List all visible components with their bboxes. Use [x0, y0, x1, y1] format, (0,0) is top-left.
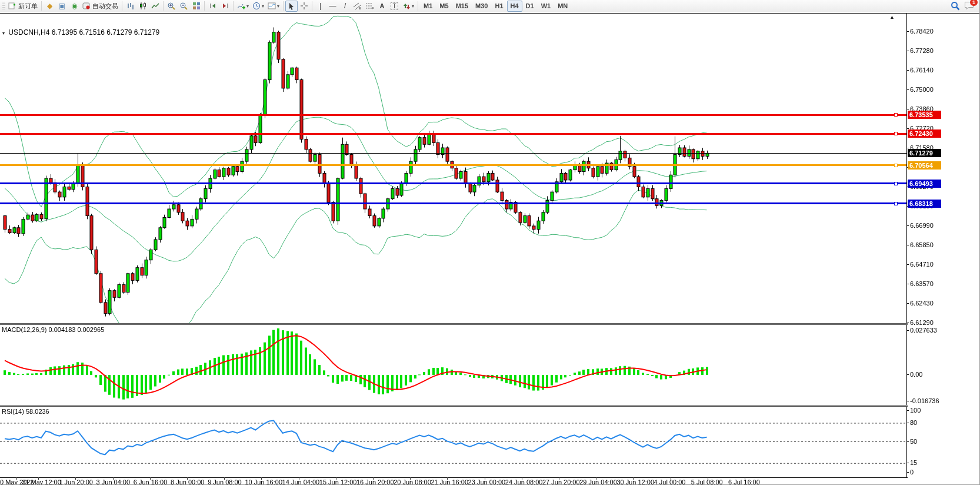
- horizontal-line-tool-button[interactable]: —: [326, 1, 339, 12]
- indicators-add-icon: [237, 2, 245, 10]
- equidistant-channel-icon: E: [353, 2, 362, 10]
- auto-scroll-icon: [209, 2, 217, 10]
- time-axis-label: 20 Jun 08:00: [394, 479, 431, 485]
- hline-current-price[interactable]: [0, 153, 906, 154]
- chart-menu-arrow-icon: ▾: [2, 31, 5, 36]
- search-icon: [951, 1, 960, 11]
- cursor-icon: [288, 2, 295, 10]
- price-axis-label: 6.63570: [910, 280, 934, 287]
- toolbar-grip[interactable]: [2, 2, 5, 10]
- hline-pivot-orange[interactable]: [0, 164, 906, 166]
- price-axis-label: 6.64710: [910, 261, 934, 268]
- cursor-tool-button[interactable]: [285, 1, 298, 12]
- hline-handle-support-1[interactable]: [894, 182, 898, 185]
- chart-canvas[interactable]: [0, 13, 980, 485]
- time-axis-tick: [410, 477, 411, 480]
- auto-trading-button[interactable]: 自动交易: [81, 1, 120, 12]
- trendline-tool-button[interactable]: /: [339, 1, 351, 12]
- hline-handle-support-2[interactable]: [894, 202, 898, 205]
- auto-trading-icon: [82, 2, 91, 10]
- new-chart-button[interactable]: ◆: [44, 1, 56, 12]
- crosshair-tool-button[interactable]: [298, 1, 310, 12]
- macd-label: MACD(12,26,9) 0.004183 0.002965: [2, 326, 104, 333]
- price-tag-resistance-1: 6.73535: [908, 111, 941, 119]
- timeframe-w1[interactable]: W1: [538, 1, 555, 12]
- time-axis-tick: [150, 477, 151, 480]
- templates-button[interactable]: ▾: [266, 1, 281, 12]
- timeframe-m1[interactable]: M1: [420, 1, 436, 12]
- signal-button[interactable]: ◉: [68, 1, 81, 12]
- price-axis-label: 6.77280: [910, 47, 934, 54]
- signal-icon: ◉: [71, 2, 77, 9]
- timeframe-mn[interactable]: MN: [554, 1, 571, 12]
- line-chart-button[interactable]: [149, 1, 161, 12]
- timeframe-h1[interactable]: H1: [491, 1, 506, 12]
- trading-app-window: 新订单 ◆ ▣ ◉ 自动交易 ▾ ▾ ▾ | — / E: [0, 0, 980, 485]
- zoom-in-button[interactable]: [165, 1, 178, 12]
- zoom-in-icon: [167, 2, 176, 11]
- hline-handle-resistance-2[interactable]: [894, 132, 898, 135]
- time-axis-tick: [633, 477, 634, 480]
- profiles-button[interactable]: ▣: [56, 1, 68, 12]
- hline-handle-resistance-1[interactable]: [894, 113, 898, 117]
- candlestick-chart-button[interactable]: [136, 1, 149, 12]
- text-label-tool-button[interactable]: T: [388, 1, 401, 12]
- timeframe-h4[interactable]: H4: [507, 1, 522, 12]
- auto-scroll-button[interactable]: [206, 1, 219, 12]
- rsi-axis-label: 15: [910, 459, 917, 466]
- timeframe-d1[interactable]: D1: [522, 1, 538, 12]
- auto-trading-label: 自动交易: [92, 2, 118, 11]
- time-axis-label: 27 Jun 20:00: [542, 479, 580, 485]
- pane-separator-macd[interactable]: [0, 323, 908, 325]
- line-chart-icon: [151, 2, 159, 10]
- symbol-label: USDCNH,H4: [8, 28, 49, 36]
- horizontal-line-icon: —: [329, 2, 336, 9]
- time-axis-label: 23 Jun 00:00: [468, 479, 506, 485]
- arrows-tool-button[interactable]: ▾: [401, 1, 416, 12]
- notifications-button[interactable]: 1: [964, 1, 974, 11]
- hline-resistance-1[interactable]: [0, 114, 906, 116]
- time-axis-border: [0, 477, 908, 478]
- hline-handle-pivot-orange[interactable]: [894, 164, 898, 167]
- tile-windows-button[interactable]: [190, 1, 202, 12]
- chart-shift-button[interactable]: [219, 1, 231, 12]
- price-axis-label: 6.65850: [910, 241, 934, 248]
- periods-button[interactable]: ▾: [251, 1, 266, 12]
- crosshair-icon: [300, 2, 308, 10]
- fibonacci-tool-button[interactable]: F: [364, 1, 376, 12]
- time-axis-tick: [596, 477, 596, 480]
- timeframe-m5[interactable]: M5: [436, 1, 452, 12]
- profiles-icon: ▣: [59, 2, 65, 9]
- timeframe-m15[interactable]: M15: [452, 1, 472, 12]
- time-axis-tick: [187, 477, 188, 480]
- time-axis-label: 6 Jul 16:00: [728, 479, 760, 485]
- time-axis-tick: [75, 477, 76, 480]
- bar-chart-button[interactable]: [124, 1, 136, 12]
- hline-resistance-2[interactable]: [0, 133, 906, 135]
- hline-support-2[interactable]: [0, 202, 906, 204]
- new-order-label: 新订单: [18, 2, 38, 11]
- trendline-icon: /: [344, 2, 346, 9]
- rsi-axis-label: 50: [910, 438, 917, 445]
- dropdown-caret-icon: ▾: [412, 4, 414, 9]
- svg-text:E: E: [359, 6, 361, 10]
- rsi-label: RSI(14) 58.0236: [2, 408, 49, 415]
- clock-icon: [252, 2, 261, 10]
- rsi-axis-label: 0: [910, 469, 914, 476]
- tile-windows-icon: [192, 2, 201, 10]
- search-button[interactable]: [949, 1, 962, 12]
- channel-tool-button[interactable]: E: [351, 1, 364, 12]
- indicators-button[interactable]: ▾: [235, 1, 251, 12]
- rsi-value: 58.0236: [26, 408, 49, 415]
- zoom-out-button[interactable]: [178, 1, 190, 12]
- pane-separator-rsi[interactable]: [0, 405, 908, 407]
- timeframe-m30[interactable]: M30: [472, 1, 491, 12]
- chart-shift-marker-icon[interactable]: ▲: [889, 14, 895, 20]
- hline-support-1[interactable]: [0, 182, 906, 184]
- time-axis-tick: [16, 477, 17, 480]
- vertical-line-tool-button[interactable]: |: [314, 1, 326, 12]
- text-tool-button[interactable]: A: [376, 1, 388, 12]
- time-axis-label: 31 May 12:00: [22, 479, 61, 485]
- new-order-button[interactable]: 新订单: [6, 1, 39, 12]
- rsi-axis-label: 80: [910, 419, 917, 426]
